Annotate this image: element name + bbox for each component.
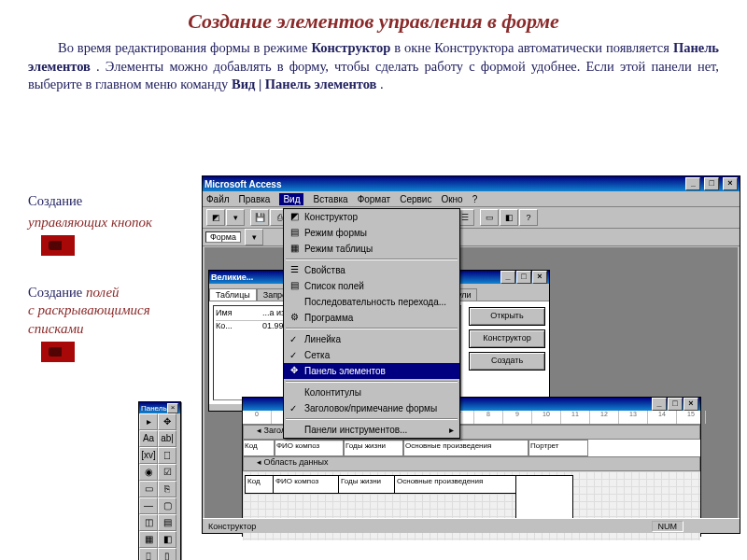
toolbox-tool[interactable]: ▯: [158, 548, 176, 560]
side-2-red-1: полей: [86, 285, 120, 300]
side-item-1: Создание управляющих кнопок: [28, 192, 196, 261]
db-tab[interactable]: Таблицы: [209, 288, 257, 301]
toolbox-tool[interactable]: ab|: [158, 430, 176, 447]
toolbox-palette[interactable]: Панель × ▸✥Aaab|[xv]⎕◉☑▭⎘—▢◫▤▦◧⌷▯▥✎: [138, 401, 181, 560]
db-button-column: Открыть Конструктор Создать: [465, 301, 549, 404]
toolbar-button[interactable]: ▭: [480, 209, 499, 226]
menu-item[interactable]: ▤Режим формы: [284, 225, 459, 241]
menu-Сервис[interactable]: Сервис: [400, 194, 431, 204]
window-buttons: _ □ ×: [684, 177, 738, 190]
toolbox-tool[interactable]: —: [139, 497, 158, 514]
menu-item[interactable]: ▤Список полей: [284, 278, 459, 294]
menu-item[interactable]: ✓Сетка: [284, 347, 459, 363]
field-control[interactable]: [515, 475, 573, 522]
header-field: Портрет: [529, 440, 588, 456]
toolbox-grid: ▸✥Aaab|[xv]⎕◉☑▭⎘—▢◫▤▦◧⌷▯▥✎: [139, 413, 180, 560]
menu-?[interactable]: ?: [472, 194, 478, 204]
toolbox-tool[interactable]: ◧: [158, 531, 176, 548]
field-control[interactable]: ФИО композ: [273, 475, 340, 494]
side-1-dark: Создание: [28, 192, 196, 210]
page-title: Создание элементов управления в форме: [0, 0, 747, 39]
new-button[interactable]: Создать: [469, 352, 545, 371]
close-icon[interactable]: ×: [532, 271, 547, 284]
detail-section-bar[interactable]: ◂ Область данных: [243, 456, 700, 471]
toolbox-tool[interactable]: ✥: [158, 413, 176, 430]
minimize-icon[interactable]: _: [685, 177, 700, 190]
toolbox-tool[interactable]: ◉: [139, 464, 158, 481]
toolbox-tool[interactable]: ⎕: [158, 447, 176, 464]
side-item-2: Создание полей с раскрывающимися спискам…: [28, 284, 196, 368]
side-2-dark: Создание: [28, 285, 82, 300]
p-text: в окне Конструктора автоматически появля…: [394, 40, 673, 55]
close-icon[interactable]: ×: [684, 398, 698, 411]
maximize-icon[interactable]: □: [704, 177, 719, 190]
field-control[interactable]: Годы жизни: [338, 475, 396, 494]
toolbox-tool[interactable]: ▢: [158, 497, 176, 514]
field-control[interactable]: Основные произведения: [394, 475, 517, 494]
toolbox-tool[interactable]: ⌷: [139, 548, 158, 560]
toolbox-tool[interactable]: ▸: [139, 413, 158, 430]
view-menu-dropdown[interactable]: ◩Конструктор▤Режим формы▦Режим таблицы☰С…: [283, 208, 460, 439]
db-window-title: Великие...: [211, 273, 253, 282]
side-1-red: управляющих кнопок: [28, 215, 152, 230]
toolbox-tool[interactable]: ▤: [158, 514, 176, 531]
minimize-icon[interactable]: _: [652, 398, 667, 411]
p-bold-1: Конструктор: [311, 40, 390, 55]
side-annotations: Создание управляющих кнопок Создание пол…: [28, 192, 196, 385]
body-paragraph: Во время редактирования формы в режиме К…: [0, 39, 747, 94]
field-control[interactable]: Код: [245, 475, 275, 494]
toolbox-tool[interactable]: ☑: [158, 464, 176, 481]
maximize-icon[interactable]: □: [516, 271, 531, 284]
save-icon[interactable]: 💾: [250, 209, 269, 226]
menu-item[interactable]: ☰Свойства: [284, 262, 459, 278]
toolbar-button[interactable]: ◧: [500, 209, 518, 226]
close-icon[interactable]: ×: [167, 403, 178, 413]
header-field: Основные произведения: [403, 440, 529, 456]
menu-Формат[interactable]: Формат: [358, 194, 391, 204]
object-selector[interactable]: Форма: [205, 231, 241, 243]
menu-Окно[interactable]: Окно: [441, 194, 462, 204]
p-text: .: [380, 77, 384, 91]
menu-Вставка[interactable]: Вставка: [313, 194, 347, 204]
p-bold-3: Вид | Панель элементов: [232, 77, 376, 91]
menu-item[interactable]: ✓Заголовок/примечание формы: [284, 400, 459, 416]
menubar[interactable]: ФайлПравкаВидВставкаФорматСервисОкно?: [203, 191, 740, 207]
menu-Правка[interactable]: Правка: [239, 194, 271, 204]
toolbox-tool[interactable]: ▦: [139, 531, 158, 548]
menu-Файл[interactable]: Файл: [206, 194, 230, 204]
menu-item[interactable]: ⚙Программа: [284, 310, 459, 326]
toolbox-tool[interactable]: ▭: [139, 481, 158, 497]
toolbox-titlebar[interactable]: Панель ×: [139, 402, 180, 413]
toolbar-button[interactable]: ◩: [206, 209, 225, 226]
status-text: Конструктор: [208, 522, 256, 531]
toolbox-tool[interactable]: ◫: [139, 514, 158, 531]
app-title-text: Microsoft Access: [204, 179, 281, 189]
toolbox-tool[interactable]: ⎘: [158, 481, 176, 497]
menu-item[interactable]: Последовательность перехода...: [284, 294, 459, 310]
list-item[interactable]: Ко...: [216, 321, 262, 333]
side-2-red-2: с раскрывающимися списками: [28, 302, 150, 336]
toolbox-title-text: Панель: [141, 404, 167, 413]
header-field: Годы жизни: [344, 440, 403, 456]
menu-item[interactable]: Панели инструментов...▸: [284, 422, 459, 438]
header-field: Код: [243, 440, 275, 456]
menu-item[interactable]: ✥Панель элементов: [284, 363, 459, 379]
p-text: Во время редактирования формы в режиме: [58, 40, 311, 55]
menu-item[interactable]: ▦Режим таблицы: [284, 241, 459, 257]
app-titlebar[interactable]: Microsoft Access _ □ ×: [203, 176, 740, 191]
menu-item[interactable]: Колонтитулы: [284, 385, 459, 400]
open-button[interactable]: Открыть: [469, 307, 545, 326]
menu-item[interactable]: ◩Конструктор: [284, 209, 459, 225]
menu-item[interactable]: ✓Линейка: [284, 331, 459, 347]
toolbox-tool[interactable]: Aa: [139, 430, 158, 447]
help-icon[interactable]: ?: [519, 209, 538, 226]
toolbar-button[interactable]: ▾: [245, 229, 263, 245]
toolbar-button[interactable]: ▾: [226, 209, 245, 226]
toolbox-tool[interactable]: [xv]: [139, 447, 158, 464]
maximize-icon[interactable]: □: [668, 398, 683, 411]
menu-Вид[interactable]: Вид: [279, 193, 303, 205]
minimize-icon[interactable]: _: [500, 271, 515, 284]
design-button[interactable]: Конструктор: [469, 329, 545, 348]
close-icon[interactable]: ×: [723, 177, 738, 190]
header-field: ФИО композ: [275, 440, 344, 456]
